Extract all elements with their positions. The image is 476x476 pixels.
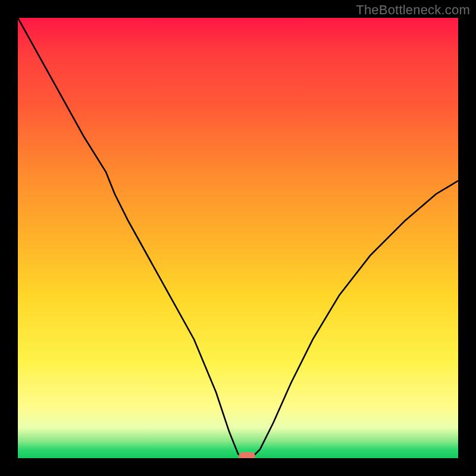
outer-frame: TheBottleneck.com [0, 0, 476, 476]
optimal-marker [239, 452, 255, 458]
watermark-text: TheBottleneck.com [356, 2, 470, 18]
bottleneck-curve-path [18, 18, 458, 458]
plot-area [18, 18, 458, 458]
curve-layer [18, 18, 458, 458]
